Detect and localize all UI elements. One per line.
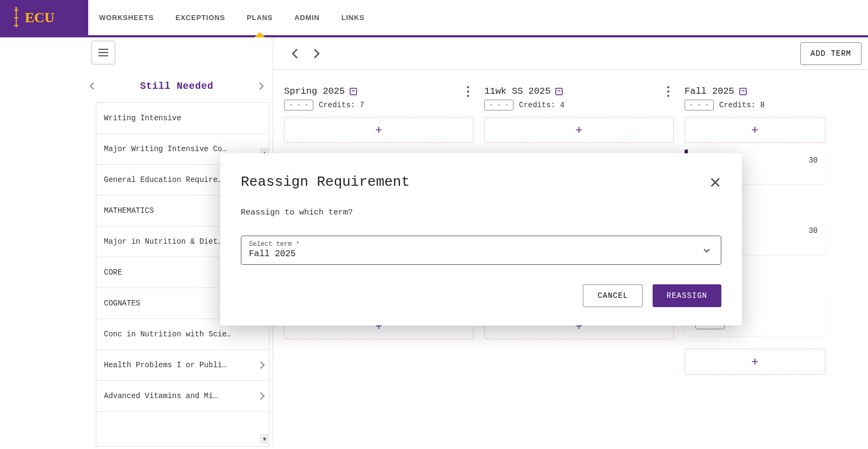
sidebar-toggle-button[interactable]	[91, 41, 115, 64]
modal-actions: CANCEL REASSIGN	[241, 284, 721, 307]
chevron-left-icon[interactable]	[88, 82, 97, 90]
ecu-logo-icon: ECU	[12, 6, 77, 30]
add-course-slot[interactable]: +	[284, 117, 474, 143]
plus-icon: +	[576, 123, 583, 137]
reassign-label: REASSIGN	[667, 291, 707, 300]
add-course-slot[interactable]: +	[685, 349, 825, 375]
chevron-right-icon[interactable]	[257, 82, 265, 90]
chevron-down-icon	[702, 246, 711, 255]
svg-rect-6	[740, 88, 746, 95]
planner-toolbar: ADD TERM	[273, 37, 868, 70]
term-nav	[290, 48, 322, 60]
svg-rect-7	[741, 90, 745, 92]
svg-point-0	[15, 7, 17, 9]
term-select[interactable]: Select term * Fall 2025	[241, 236, 721, 265]
term-credits: Credits: 7	[319, 101, 364, 109]
svg-rect-3	[352, 90, 355, 92]
nav-admin[interactable]: ADMIN	[284, 0, 331, 35]
nav-links[interactable]: LINKS	[331, 0, 376, 35]
modal-question: Reassign to which term?	[241, 208, 721, 217]
need-item[interactable]: Writing Intensive	[96, 103, 269, 134]
term-header: 11wk SS 2025 - - - Credits: 4	[484, 86, 674, 110]
nav-label: ADMIN	[294, 14, 320, 22]
hamburger-icon	[98, 52, 108, 53]
nav-label: PLANS	[247, 14, 273, 22]
need-label: Major Writing Intensive Co…	[104, 145, 227, 153]
logo: ECU	[0, 0, 88, 35]
note-icon[interactable]	[739, 87, 747, 96]
reassign-modal: Reassign Requirement ✕ Reassign to which…	[220, 153, 742, 326]
nav-exceptions[interactable]: EXCEPTIONS	[165, 0, 236, 35]
svg-text:ECU: ECU	[25, 10, 55, 25]
term-credits: Credits: 8	[719, 101, 765, 109]
term-header: Fall 2025 - - - Credits: 8	[685, 86, 825, 110]
cancel-button[interactable]: CANCEL	[583, 284, 642, 307]
left-rail	[0, 37, 81, 447]
still-needed-title: Still Needed	[140, 81, 214, 92]
nav-plans[interactable]: PLANS	[236, 0, 284, 35]
note-icon[interactable]	[349, 87, 358, 96]
svg-rect-2	[350, 88, 357, 95]
term-status-badge: - - -	[484, 100, 514, 110]
need-label: Major in Nutrition & Diet…	[104, 237, 222, 246]
plus-icon: +	[752, 123, 759, 137]
add-course-slot[interactable]: +	[685, 117, 825, 143]
need-label: General Education Require…	[104, 175, 222, 184]
term-title: 11wk SS 2025	[484, 86, 550, 96]
scroll-down-icon[interactable]: ▼	[260, 434, 269, 444]
need-label: Writing Intensive	[104, 114, 181, 122]
prev-term-icon[interactable]	[290, 48, 301, 60]
close-icon[interactable]: ✕	[709, 174, 721, 192]
plus-icon: +	[376, 123, 383, 137]
add-course-slot[interactable]: +	[484, 117, 674, 143]
plus-icon: +	[752, 355, 759, 369]
term-menu-icon[interactable]	[467, 90, 469, 93]
reassign-button[interactable]: REASSIGN	[653, 284, 721, 307]
select-label: Select term *	[249, 240, 713, 248]
note-icon[interactable]	[555, 87, 563, 96]
nav-worksheets[interactable]: WORKSHEETS	[88, 0, 165, 35]
modal-header: Reassign Requirement ✕	[241, 174, 721, 192]
next-term-icon[interactable]	[310, 48, 322, 60]
add-term-button[interactable]: ADD TERM	[800, 42, 862, 65]
need-label: CORE	[104, 268, 122, 277]
term-menu-icon[interactable]	[667, 90, 669, 93]
still-needed-header: Still Needed	[81, 64, 273, 102]
nav-label: WORKSHEETS	[99, 14, 154, 22]
need-label: COGNATES	[104, 299, 140, 308]
modal-title: Reassign Requirement	[241, 174, 410, 190]
need-label: Advanced Vitamins and Mi…	[104, 392, 218, 400]
term-header: Spring 2025 - - - Credits: 7	[284, 86, 474, 110]
select-value: Fall 2025	[249, 249, 713, 259]
need-label: Conc in Nutrition with Scie…	[104, 330, 231, 339]
term-status-badge: - - -	[284, 100, 313, 110]
cancel-label: CANCEL	[597, 291, 628, 300]
term-title: Fall 2025	[685, 86, 734, 96]
need-label: MATHEMATICS	[104, 206, 154, 215]
nav-label: LINKS	[341, 14, 365, 22]
nav-items: WORKSHEETS EXCEPTIONS PLANS ADMIN LINKS	[88, 0, 376, 35]
svg-rect-4	[556, 88, 562, 95]
need-item[interactable]: Health Problems I or Publi…	[96, 350, 269, 381]
term-title: Spring 2025	[284, 86, 345, 96]
top-nav: ECU WORKSHEETS EXCEPTIONS PLANS ADMIN LI…	[0, 0, 868, 37]
need-item[interactable]: Advanced Vitamins and Mi…	[96, 381, 269, 412]
need-label: Health Problems I or Publi…	[104, 361, 227, 369]
term-status-badge: - - -	[685, 100, 714, 110]
term-credits: Credits: 4	[519, 101, 564, 109]
add-term-label: ADD TERM	[811, 49, 851, 58]
nav-label: EXCEPTIONS	[175, 14, 225, 22]
svg-rect-5	[557, 90, 561, 92]
